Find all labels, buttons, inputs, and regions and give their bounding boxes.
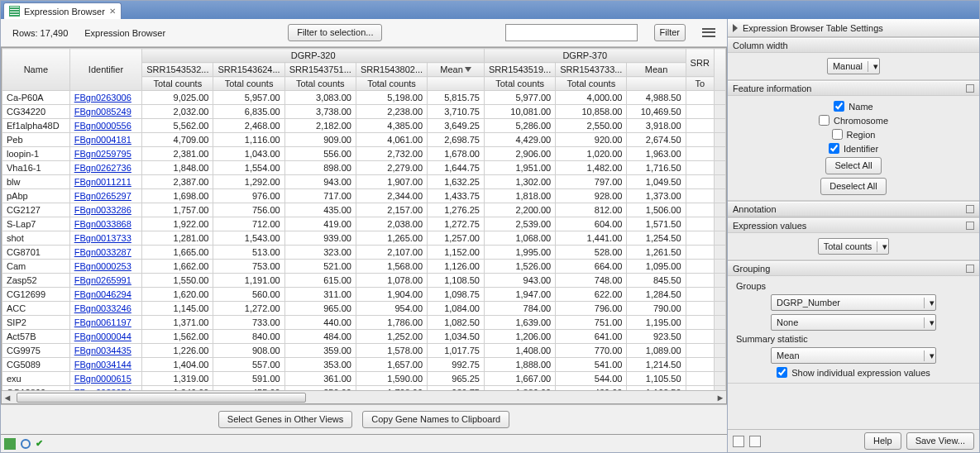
table-row[interactable]: Zasp52 FBgn02659911,550.001,191.00615.00… (2, 274, 726, 288)
cell-value[interactable]: 1,292.00 (213, 175, 284, 189)
identifier-link[interactable]: FBgn0259795 (74, 149, 131, 159)
cell-value[interactable]: 1,214.50 (627, 358, 686, 372)
cell-value[interactable]: 4,000.00 (556, 91, 627, 105)
identifier-link[interactable]: FBgn0000044 (74, 331, 131, 341)
identifier-link[interactable]: FBgn0011211 (74, 177, 131, 187)
collapse-icon[interactable] (966, 84, 974, 93)
cell-value[interactable]: 1,049.50 (627, 175, 686, 189)
table-row[interactable]: Act57B FBgn00000441,562.00840.00484.001,… (2, 330, 726, 344)
cell-name[interactable]: CG2127 (2, 203, 70, 217)
cell-name[interactable]: pAbp (2, 189, 70, 203)
cell-value[interactable]: 513.00 (213, 246, 284, 260)
cell-value[interactable]: 311.00 (284, 288, 356, 302)
cell-value[interactable]: 1,571.50 (627, 217, 686, 231)
cell-value[interactable]: 1,951.00 (484, 161, 555, 175)
cell-value[interactable]: 1,554.00 (213, 161, 284, 175)
cell-value[interactable]: 541.00 (556, 358, 627, 372)
cell-value[interactable]: 10,858.00 (556, 105, 627, 119)
col-header[interactable]: Mean (627, 63, 686, 77)
cell-value[interactable]: 840.00 (213, 330, 284, 344)
sub-header[interactable] (428, 77, 485, 91)
table-row[interactable]: CG9975 FBgn00344351,226.00908.00359.001,… (2, 344, 726, 358)
filter-button[interactable]: Filter (654, 24, 686, 41)
cell-value[interactable]: 1,084.00 (428, 302, 485, 316)
col-extra[interactable]: SRR (686, 49, 714, 77)
cell-value[interactable] (686, 105, 714, 119)
cell-value[interactable]: 1,543.00 (213, 231, 284, 246)
cell-value[interactable]: 10,469.50 (627, 105, 686, 119)
table-row[interactable]: shot FBgn00137331,281.001,543.00939.001,… (2, 231, 726, 246)
cell-value[interactable]: 1,116.00 (213, 133, 284, 147)
cell-value[interactable]: 1,848.00 (142, 161, 213, 175)
cell-value[interactable]: 1,922.00 (142, 217, 213, 231)
cell-value[interactable]: 2,157.00 (356, 203, 427, 217)
group-header[interactable]: DGRP-370 (484, 49, 686, 63)
cell-value[interactable]: 1,108.50 (428, 274, 485, 288)
cell-value[interactable]: 939.00 (284, 231, 356, 246)
scroll-gutter[interactable] (714, 91, 725, 105)
cell-value[interactable]: 943.00 (484, 274, 555, 288)
cell-value[interactable]: 1,562.00 (142, 330, 213, 344)
cell-value[interactable]: 5,286.00 (484, 119, 555, 133)
table-row[interactable]: CG8701 FBgn00332871,665.00513.00323.002,… (2, 246, 726, 260)
cell-value[interactable]: 797.00 (556, 175, 627, 189)
cell-value[interactable]: 1,252.00 (356, 330, 427, 344)
identifier-link[interactable]: FBgn0013733 (74, 233, 131, 243)
filter-to-selection-button[interactable]: Filter to selection... (288, 24, 382, 41)
cell-value[interactable]: 5,198.00 (356, 91, 427, 105)
cell-value[interactable]: 1,191.00 (213, 274, 284, 288)
table-row[interactable]: ACC FBgn00332461,145.001,272.00965.00954… (2, 302, 726, 316)
cell-value[interactable] (686, 119, 714, 133)
cell-value[interactable]: 353.00 (284, 358, 356, 372)
cell-value[interactable]: 1,404.00 (142, 358, 213, 372)
cell-name[interactable]: ACC (2, 302, 70, 316)
cell-value[interactable]: 361.00 (284, 372, 356, 386)
cell-value[interactable]: 1,017.75 (428, 344, 485, 358)
cell-value[interactable]: 1,620.00 (142, 288, 213, 302)
cell-name[interactable]: CG12699 (2, 288, 70, 302)
cell-value[interactable]: 954.00 (356, 302, 427, 316)
cell-value[interactable]: 1,667.00 (484, 372, 555, 386)
cell-name[interactable]: Act57B (2, 330, 70, 344)
cell-value[interactable] (686, 231, 714, 246)
cell-value[interactable]: 1,254.50 (627, 231, 686, 246)
cell-value[interactable]: 1,284.50 (627, 288, 686, 302)
identifier-link[interactable]: FBgn0085249 (74, 107, 131, 117)
arrow-right-icon[interactable] (733, 24, 738, 32)
cell-value[interactable]: 560.00 (213, 288, 284, 302)
cell-value[interactable]: 521.00 (284, 260, 356, 274)
table-row[interactable]: S-Lap7 FBgn00338681,922.00712.00419.002,… (2, 217, 726, 231)
feature-checkbox-chromosome[interactable]: Chromosome (819, 115, 888, 126)
col-header[interactable]: SRR1543532... (142, 63, 213, 77)
cell-value[interactable]: 1,302.00 (484, 175, 555, 189)
cell-value[interactable]: 1,265.00 (356, 231, 427, 246)
cell-name[interactable]: shot (2, 231, 70, 246)
cell-value[interactable]: 1,716.50 (627, 161, 686, 175)
cell-value[interactable]: 2,279.00 (356, 161, 427, 175)
scroll-gutter[interactable] (714, 231, 725, 246)
tool-icon[interactable] (733, 436, 744, 447)
cell-value[interactable]: 796.00 (556, 302, 627, 316)
table-icon[interactable] (4, 438, 16, 450)
cell-identifier[interactable]: FBgn0033286 (69, 203, 142, 217)
cell-identifier[interactable]: FBgn0046294 (69, 288, 142, 302)
cell-value[interactable]: 556.00 (284, 147, 356, 161)
scroll-gutter[interactable] (714, 161, 725, 175)
cell-name[interactable]: Ef1alpha48D (2, 119, 70, 133)
cell-identifier[interactable]: FBgn0004181 (69, 133, 142, 147)
show-individual-checkbox[interactable]: Show individual expression values (777, 367, 930, 378)
cell-value[interactable]: 2,674.50 (627, 133, 686, 147)
cell-value[interactable]: 1,319.00 (142, 372, 213, 386)
table-row[interactable]: Ef1alpha48D FBgn00005565,562.002,468.002… (2, 119, 726, 133)
cell-value[interactable] (686, 330, 714, 344)
table-row[interactable]: Peb FBgn00041814,709.001,116.00909.004,0… (2, 133, 726, 147)
cell-value[interactable]: 1,644.75 (428, 161, 485, 175)
group2-select[interactable]: None▾ (771, 314, 936, 331)
cell-value[interactable] (686, 189, 714, 203)
save-view-button[interactable]: Save View... (906, 432, 974, 450)
cell-value[interactable]: 5,562.00 (142, 119, 213, 133)
sub-header[interactable] (627, 77, 686, 91)
sub-header[interactable]: To (686, 77, 714, 91)
menu-icon[interactable] (702, 26, 715, 40)
cell-value[interactable]: 1,632.25 (428, 175, 485, 189)
